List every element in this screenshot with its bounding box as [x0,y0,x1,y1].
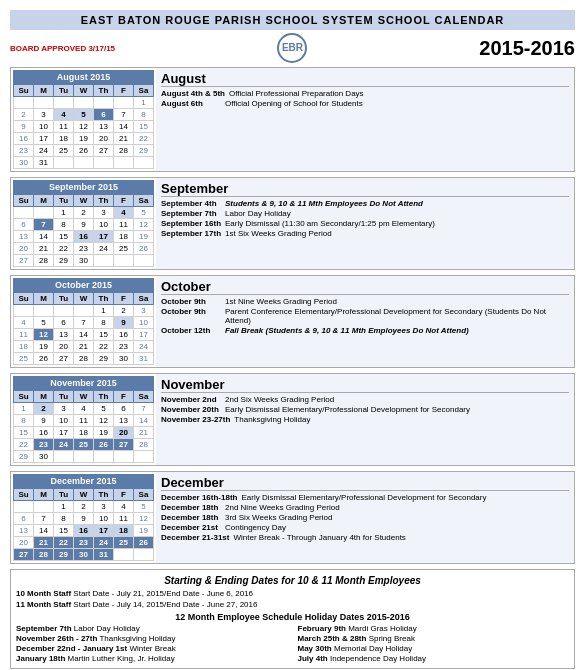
holiday-item: March 25th & 28th Spring Break [298,634,570,643]
event-row: December 18th 2nd Nine Weeks Grading Per… [161,503,569,512]
event-desc: Winter Break - Through January 4th for S… [233,533,569,542]
holiday-date: September 7th [16,624,72,633]
event-date: December 21-31st [161,533,229,542]
month-heading: August [161,71,569,87]
event-desc: Students & 9, 10 & 11 Mth Employees Do N… [225,199,569,208]
event-desc: Early Dismissal Elementary/Professional … [241,493,569,502]
event-date: August 4th & 5th [161,89,225,98]
board-approved-text: BOARD APPROVED 3/17/15 [10,44,198,53]
holiday-date: November 26th - 27th [16,634,97,643]
event-desc: Parent Conference Elementary/Professiona… [225,307,569,325]
event-row: November 20th Early Dismissal Elementary… [161,405,569,414]
month-heading: December [161,475,569,491]
events-right: December December 16th-18th Early Dismis… [156,472,574,563]
event-row: August 4th & 5th Official Professional P… [161,89,569,98]
month-section: October 2015 SuMTuWThFSa1234567891011121… [10,275,575,368]
event-row: September 16th Early Dismissal (11:30 am… [161,219,569,228]
holiday-item: November 26th - 27th Thanksgiving Holida… [16,634,288,643]
event-row: November 2nd 2nd Six Weeks Grading Perio… [161,395,569,404]
month-section: December 2015 SuMTuWThFSa123456789101112… [10,471,575,564]
holidays-title: 12 Month Employee Schedule Holiday Dates… [16,612,569,622]
event-date: September 17th [161,229,221,238]
event-desc: 2nd Six Weeks Grading Period [225,395,569,404]
footer-title: Starting & Ending Dates for 10 & 11 Mont… [16,575,569,586]
month-section: November 2015 SuMTuWThFSa123456789101112… [10,373,575,466]
event-date: November 20th [161,405,221,414]
event-row: December 18th 3rd Six Weeks Grading Peri… [161,513,569,522]
holiday-date: May 30th [298,644,332,653]
month-heading: September [161,181,569,197]
calendar-left: September 2015 SuMTuWThFSa12345678910111… [11,178,156,269]
holiday-name: Independence Day Holiday [330,654,426,663]
events-right: September September 4th Students & 9, 10… [156,178,574,269]
cal-month-title: September 2015 [13,180,154,194]
event-row: October 12th Fall Break (Students & 9, 1… [161,326,569,335]
event-date: September 4th [161,199,221,208]
event-row: December 21-31st Winter Break - Through … [161,533,569,542]
event-date: November 23-27th [161,415,230,424]
event-row: September 7th Labor Day Holiday [161,209,569,218]
holiday-item: May 30th Memorial Day Holiday [298,644,570,653]
holiday-date: January 18th [16,654,65,663]
month-heading: November [161,377,569,393]
month-section: September 2015 SuMTuWThFSa12345678910111… [10,177,575,270]
holiday-name: Martin Luther King, Jr. Holiday [68,654,175,663]
event-desc: Thanksgiving Holiday [234,415,569,424]
event-date: October 9th [161,307,221,325]
event-date: December 18th [161,513,221,522]
event-date: December 16th-18th [161,493,237,502]
staff-row: 10 Month Staff Start Date - July 21, 201… [16,589,569,598]
holiday-name: Spring Break [369,634,415,643]
staff-label: 10 Month Staff [16,589,71,598]
event-date: December 21st [161,523,221,532]
event-row: December 21st Contingency Day [161,523,569,532]
event-desc: 2nd Nine Weeks Grading Period [225,503,569,512]
holiday-date: February 9th [298,624,346,633]
month-heading: October [161,279,569,295]
cal-month-title: November 2015 [13,376,154,390]
event-row: September 17th 1st Six Weeks Grading Per… [161,229,569,238]
holiday-item: February 9th Mardi Gras Holiday [298,624,570,633]
staff-row: 11 Month Staff Start Date - July 14, 201… [16,600,569,609]
event-desc: Official Opening of School for Students [225,99,569,108]
holiday-name: Winter Break [129,644,175,653]
event-date: October 12th [161,326,221,335]
calendar-left: December 2015 SuMTuWThFSa123456789101112… [11,472,156,563]
holiday-name: Thanksgiving Holiday [99,634,175,643]
event-row: September 4th Students & 9, 10 & 11 Mth … [161,199,569,208]
event-row: August 6th Official Opening of School fo… [161,99,569,108]
event-desc: 1st Six Weeks Grading Period [225,229,569,238]
events-right: November November 2nd 2nd Six Weeks Grad… [156,374,574,465]
calendar-left: August 2015 SuMTuWThFSa12345678910111213… [11,68,156,171]
event-row: October 9th Parent Conference Elementary… [161,307,569,325]
event-desc: 1st Nine Weeks Grading Period [225,297,569,306]
school-logo: EBR [277,33,307,63]
event-desc: Official Professional Preparation Days [229,89,569,98]
event-date: September 16th [161,219,221,228]
event-date: August 6th [161,99,221,108]
holiday-item: September 7th Labor Day Holiday [16,624,288,633]
event-desc: Contingency Day [225,523,569,532]
event-date: September 7th [161,209,221,218]
cal-month-title: August 2015 [13,70,154,84]
event-desc: 3rd Six Weeks Grading Period [225,513,569,522]
cal-month-title: October 2015 [13,278,154,292]
holiday-date: July 4th [298,654,328,663]
event-desc: Fall Break (Students & 9, 10 & 11 Mth Em… [225,326,569,335]
event-row: November 23-27th Thanksgiving Holiday [161,415,569,424]
events-right: October October 9th 1st Nine Weeks Gradi… [156,276,574,367]
year-title: 2015-2016 [387,37,575,60]
holiday-date: March 25th & 28th [298,634,367,643]
calendar-left: October 2015 SuMTuWThFSa1234567891011121… [11,276,156,367]
calendar-left: November 2015 SuMTuWThFSa123456789101112… [11,374,156,465]
holiday-name: Memorial Day Holiday [334,644,412,653]
footer-section: Starting & Ending Dates for 10 & 11 Mont… [10,569,575,669]
event-row: October 9th 1st Nine Weeks Grading Perio… [161,297,569,306]
month-section: August 2015 SuMTuWThFSa12345678910111213… [10,67,575,172]
holiday-item: December 22nd - January 1st Winter Break [16,644,288,653]
event-date: December 18th [161,503,221,512]
event-desc: Early Dismissal Elementary/Professional … [225,405,569,414]
events-right: August August 4th & 5th Official Profess… [156,68,574,171]
holiday-item: January 18th Martin Luther King, Jr. Hol… [16,654,288,663]
staff-label: 11 Month Staff [16,600,71,609]
